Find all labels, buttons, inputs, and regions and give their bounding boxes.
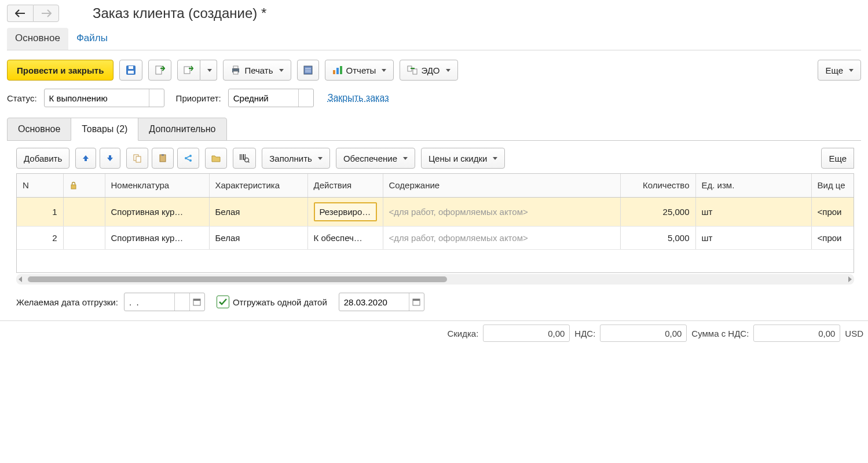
list-icon	[303, 65, 313, 75]
table-row[interactable]: 1 Спортивная кур… Белая Резервиро… <для …	[17, 197, 854, 226]
table-header-row: N Номенклатура Характеристика Действия С…	[17, 174, 854, 197]
copy-icon	[133, 154, 142, 163]
col-nomenclature[interactable]: Номенклатура	[105, 174, 209, 197]
cell-unit[interactable]: шт	[695, 226, 811, 249]
goods-table: N Номенклатура Характеристика Действия С…	[16, 173, 854, 273]
desired-date-calendar-button[interactable]	[189, 293, 204, 311]
desired-date-input[interactable]	[124, 293, 205, 311]
arrow-down-icon	[106, 154, 114, 162]
post-and-close-button[interactable]: Провести и закрыть	[7, 60, 113, 81]
col-lock[interactable]	[63, 174, 105, 197]
status-value[interactable]	[45, 89, 149, 107]
priority-select[interactable]	[228, 89, 314, 107]
col-actions[interactable]: Действия	[307, 174, 383, 197]
share-icon	[184, 154, 193, 163]
tab-main[interactable]: Основное	[7, 118, 71, 141]
svg-rect-14	[340, 66, 342, 74]
arrow-up-icon	[82, 154, 90, 162]
copy-button[interactable]	[126, 148, 148, 169]
table-empty-area	[17, 249, 854, 272]
cell-price-type[interactable]: <прои	[811, 197, 854, 226]
cell-content[interactable]: <для работ, оформляемых актом>	[383, 197, 620, 226]
col-characteristic[interactable]: Характеристика	[209, 174, 307, 197]
barcode-button[interactable]	[233, 148, 256, 169]
folder-button[interactable]	[205, 148, 227, 169]
print-icon	[230, 65, 241, 75]
desired-date-field[interactable]	[124, 297, 174, 307]
svg-rect-3	[156, 66, 162, 74]
svg-rect-7	[233, 71, 238, 74]
reports-button[interactable]: Отчеты	[325, 60, 394, 81]
cell-qty[interactable]: 25,000	[620, 197, 695, 226]
create-based-on-button[interactable]	[177, 60, 200, 81]
prices-button[interactable]: Цены и скидки	[421, 148, 505, 169]
col-unit[interactable]: Ед. изм.	[695, 174, 811, 197]
more-button[interactable]: Еще	[818, 60, 861, 81]
create-based-on-dropdown[interactable]	[200, 60, 217, 81]
ship-date-input[interactable]	[339, 293, 424, 311]
section-tab-main[interactable]: Основное	[7, 28, 68, 50]
print-label: Печать	[244, 65, 273, 75]
desired-date-dropdown[interactable]	[174, 293, 189, 311]
cell-content[interactable]: <для работ, оформляемых актом>	[383, 226, 620, 249]
scroll-right-icon	[848, 276, 852, 282]
share-button[interactable]	[177, 148, 199, 169]
cell-n: 1	[17, 197, 63, 226]
col-price-type[interactable]: Вид це	[811, 174, 854, 197]
add-row-button[interactable]: Добавить	[16, 148, 69, 169]
section-links: Основное Файлы	[0, 25, 868, 50]
close-order-link[interactable]: Закрыть заказ	[328, 93, 389, 103]
sum-vat-value[interactable]: 0,00	[753, 325, 840, 342]
col-n[interactable]: N	[17, 174, 63, 197]
nav-forward-button[interactable]	[33, 5, 59, 22]
cell-nomen[interactable]: Спортивная кур…	[105, 226, 209, 249]
priority-dropdown-button[interactable]	[298, 89, 313, 107]
cell-unit[interactable]: шт	[695, 197, 811, 226]
vat-value[interactable]: 0,00	[600, 325, 687, 342]
table-more-button[interactable]: Еще	[821, 148, 854, 169]
cell-char[interactable]: Белая	[209, 197, 307, 226]
section-tab-files[interactable]: Файлы	[68, 28, 116, 50]
col-quantity[interactable]: Количество	[620, 174, 695, 197]
prices-label: Цены и скидки	[428, 154, 487, 163]
cell-nomen[interactable]: Спортивная кур…	[105, 197, 209, 226]
discount-value[interactable]: 0,00	[483, 325, 570, 342]
nav-back-button[interactable]	[7, 5, 33, 22]
table-row[interactable]: 2 Спортивная кур… Белая К обеспеч… <для …	[17, 226, 854, 249]
svg-rect-16	[413, 69, 417, 74]
title-bar: Заказ клиента (создание) *	[0, 0, 868, 25]
cell-lock	[63, 226, 105, 249]
cell-char[interactable]: Белая	[209, 226, 307, 249]
edo-button[interactable]: ЭДО	[400, 60, 457, 81]
horizontal-scrollbar[interactable]	[16, 274, 854, 285]
fill-button[interactable]: Заполнить	[262, 148, 330, 169]
arrow-left-icon	[15, 9, 25, 17]
cell-qty[interactable]: 5,000	[620, 226, 695, 249]
tab-extra[interactable]: Дополнительно	[138, 118, 226, 141]
list-button[interactable]	[297, 60, 319, 81]
ship-single-checkbox[interactable]: Отгружать одной датой	[217, 296, 327, 308]
cell-price-type[interactable]: <прои	[811, 226, 854, 249]
ship-date-field[interactable]	[339, 297, 409, 307]
post-button[interactable]	[148, 60, 171, 81]
status-select[interactable]	[44, 89, 164, 107]
provision-button[interactable]: Обеспечение	[336, 148, 415, 169]
cell-actions[interactable]: К обеспеч…	[307, 226, 383, 249]
cell-actions[interactable]: Резервиро…	[307, 197, 383, 226]
table-toolbar: Добавить	[0, 141, 868, 173]
col-content[interactable]: Содержание	[383, 174, 620, 197]
checkbox-checked-icon	[217, 296, 229, 308]
tab-goods[interactable]: Товары (2)	[71, 118, 138, 141]
calendar-icon	[412, 298, 420, 306]
discount-label: Скидка:	[447, 329, 478, 338]
move-down-button[interactable]	[100, 148, 120, 169]
paste-button[interactable]	[152, 148, 174, 169]
status-dropdown-button[interactable]	[149, 89, 164, 107]
print-button[interactable]: Печать	[223, 60, 291, 81]
scrollbar-thumb[interactable]	[28, 276, 447, 282]
footer-row: Желаемая дата отгрузки: Отгружать одной …	[0, 285, 868, 315]
save-button[interactable]	[119, 60, 142, 81]
priority-value[interactable]	[229, 89, 298, 107]
ship-date-calendar-button[interactable]	[409, 293, 424, 311]
move-up-button[interactable]	[75, 148, 96, 169]
